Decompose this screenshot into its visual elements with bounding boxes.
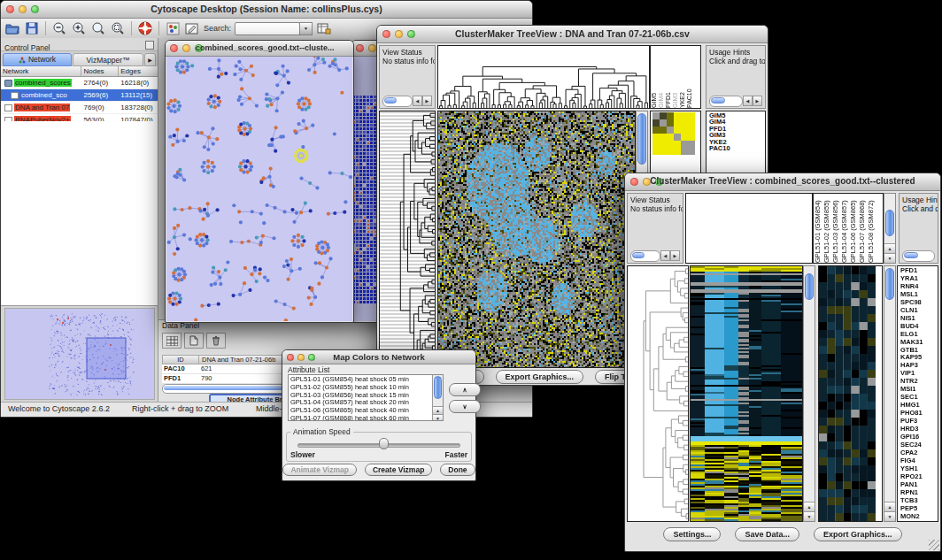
tv2-column-label: GPL51-07 (GSM868) bbox=[858, 194, 867, 263]
tv1-usage-hints-title: Usage Hints bbox=[706, 46, 765, 57]
scroll-right-icon[interactable] bbox=[670, 250, 680, 261]
network-row-icon bbox=[4, 80, 12, 87]
network-row[interactable]: combined_scores 2764(0) 16218(0) bbox=[1, 77, 158, 89]
main-titlebar[interactable]: Cytoscape Desktop (Session Name: collins… bbox=[1, 1, 532, 19]
vizmapper-icon[interactable] bbox=[165, 21, 181, 36]
page-icon[interactable] bbox=[184, 333, 204, 349]
tv1-button[interactable]: Export Graphics... bbox=[496, 370, 584, 384]
done-button[interactable]: Done bbox=[440, 464, 475, 476]
move-down-button[interactable]: ∨ bbox=[449, 400, 481, 413]
attribute-item[interactable]: GPL51-07 (GSM868) heat shock 60 min bbox=[289, 415, 443, 421]
tv2-labels-vscrollbar[interactable] bbox=[884, 193, 896, 264]
tv2-column-label: GPL51-03 (GSM856) bbox=[831, 194, 840, 263]
minimize-button[interactable] bbox=[182, 44, 190, 52]
birds-eye-view[interactable] bbox=[4, 308, 155, 400]
tv2-global-heatmap[interactable] bbox=[691, 266, 802, 521]
minimize-button[interactable] bbox=[368, 44, 376, 52]
scroll-down-icon[interactable] bbox=[884, 253, 895, 263]
dialog-titlebar[interactable]: Map Colors to Network bbox=[282, 350, 475, 364]
dp-col-id[interactable]: ID bbox=[163, 356, 199, 364]
attribute-list[interactable]: GPL51-01 (GSM854) heat shock 05 minGPL51… bbox=[288, 374, 444, 421]
treeview2-window: ClusterMaker TreeView : combined_scores_… bbox=[624, 173, 941, 552]
tv2-column-label: GPL51-01 (GSM854) bbox=[814, 194, 822, 263]
zoom-out-icon[interactable] bbox=[51, 21, 67, 36]
table-icon[interactable] bbox=[162, 333, 181, 349]
tab-vizmapper[interactable]: VizMapper™ bbox=[73, 53, 143, 66]
col-nodes[interactable]: Nodes bbox=[81, 66, 119, 76]
open-icon[interactable] bbox=[4, 21, 20, 36]
tv1-gene-label[interactable]: PAC10 bbox=[709, 145, 765, 151]
zoom-in-icon[interactable] bbox=[71, 21, 87, 36]
zoom-fit-icon[interactable] bbox=[90, 21, 106, 36]
annotation-icon[interactable] bbox=[184, 21, 200, 36]
search-input[interactable] bbox=[235, 22, 300, 35]
animate-vizmap-button[interactable]: Animate Vizmap bbox=[282, 464, 357, 476]
scroll-left-icon[interactable] bbox=[743, 96, 753, 106]
tv2-button[interactable]: Save Data... bbox=[735, 527, 799, 541]
speed-slider-thumb[interactable] bbox=[379, 438, 389, 449]
tv1-global-heatmap-panel bbox=[437, 111, 636, 368]
tv2-zoom-heatmap[interactable] bbox=[819, 266, 876, 521]
scroll-down-icon[interactable] bbox=[884, 511, 895, 521]
scroll-up-icon[interactable] bbox=[804, 502, 815, 511]
network-list: combined_scores 2764(0) 16218(0) combine… bbox=[1, 77, 158, 127]
tv1-column-label: PAC10 bbox=[686, 46, 693, 108]
tv2-zoom-vscrollbar[interactable] bbox=[884, 265, 896, 522]
tv2-row-dendrogram[interactable] bbox=[628, 266, 688, 521]
network-row[interactable]: combined_sco 2569(6) 13112(15) bbox=[1, 89, 158, 102]
table-add-icon[interactable] bbox=[316, 21, 332, 36]
tv2-gene-label[interactable]: MON2 bbox=[900, 513, 938, 521]
tv1-column-label: GIM4 bbox=[658, 46, 665, 108]
tv1-hints-scrollbar[interactable] bbox=[709, 96, 762, 106]
tv2-hints-scrollbar[interactable] bbox=[902, 250, 935, 261]
tv1-column-label: GIM5 bbox=[651, 46, 658, 108]
tv1-zoom-heatmap[interactable] bbox=[652, 112, 695, 155]
tv2-button[interactable]: Export Graphics... bbox=[814, 527, 902, 541]
scroll-right-icon[interactable] bbox=[422, 96, 432, 106]
tv1-global-heatmap[interactable] bbox=[438, 111, 635, 367]
scroll-left-icon[interactable] bbox=[413, 96, 422, 106]
scroll-up-icon[interactable] bbox=[433, 406, 443, 414]
resize-grip[interactable] bbox=[929, 540, 939, 550]
tv1-column-dendrogram-panel bbox=[437, 45, 650, 109]
slower-label: Slower bbox=[290, 450, 315, 459]
scroll-down-icon[interactable] bbox=[804, 511, 815, 521]
tv2-usage-hints-panel: Usage Hints Click and drag bbox=[899, 193, 938, 264]
create-vizmap-button[interactable]: Create Vizmap bbox=[365, 464, 432, 476]
tv2-usage-hints-title: Usage Hints bbox=[900, 194, 938, 204]
network-row[interactable]: DNA and Tran 07 769(0) 183728(0) bbox=[1, 102, 158, 114]
control-panel-title: Control Panel bbox=[1, 43, 50, 52]
tab-overflow-arrow[interactable]: ▶ bbox=[144, 53, 156, 66]
tv2-heatmap-vscrollbar[interactable] bbox=[803, 265, 815, 522]
tv2-status-scrollbar[interactable] bbox=[630, 250, 680, 261]
scroll-down-icon[interactable] bbox=[433, 414, 443, 421]
scroll-up-icon[interactable] bbox=[884, 502, 895, 511]
tv1-row-dendrogram[interactable] bbox=[380, 111, 435, 367]
scroll-left-icon[interactable] bbox=[660, 250, 670, 261]
search-dropdown-icon[interactable] bbox=[299, 22, 313, 35]
network-canvas[interactable] bbox=[166, 57, 352, 321]
tv2-column-dendrogram-panel[interactable] bbox=[685, 193, 813, 264]
scroll-up-icon[interactable] bbox=[884, 243, 895, 253]
save-icon[interactable] bbox=[24, 21, 40, 36]
scroll-right-icon[interactable] bbox=[753, 96, 762, 106]
tv2-column-labels: GPL51-01 (GSM854)GPL51-02 (GSM855)GPL51-… bbox=[813, 193, 884, 264]
col-network[interactable]: Network bbox=[1, 66, 81, 76]
tv1-column-dendrogram[interactable] bbox=[438, 46, 649, 108]
network-view-titlebar[interactable]: combined_scores_good.txt--cluste... bbox=[166, 41, 353, 57]
treeview1-titlebar[interactable]: ClusterMaker TreeView : DNA and Tran 07-… bbox=[377, 26, 768, 43]
col-edges[interactable]: Edges bbox=[119, 66, 158, 76]
zoom-selected-icon[interactable] bbox=[110, 21, 126, 36]
tv1-status-scrollbar[interactable] bbox=[382, 96, 432, 106]
help-icon[interactable] bbox=[137, 21, 153, 36]
treeview2-titlebar[interactable]: ClusterMaker TreeView : combined_scores_… bbox=[625, 173, 940, 191]
close-button[interactable] bbox=[170, 44, 178, 52]
trash-icon[interactable] bbox=[206, 333, 226, 349]
close-button[interactable] bbox=[356, 44, 364, 52]
tv2-button[interactable]: Settings... bbox=[663, 527, 721, 541]
tab-network[interactable]: Network bbox=[3, 53, 72, 66]
attribute-list-scrollbar[interactable] bbox=[432, 375, 443, 421]
float-panel-icon[interactable] bbox=[145, 41, 154, 50]
move-up-button[interactable]: ∧ bbox=[449, 383, 481, 396]
network-view-title: combined_scores_good.txt--cluste... bbox=[196, 43, 353, 52]
